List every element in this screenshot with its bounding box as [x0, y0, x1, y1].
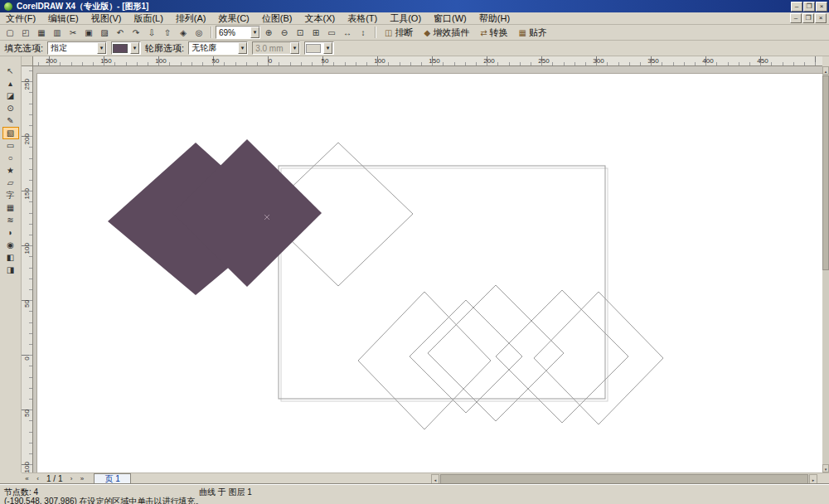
- outline-options-label: 轮廓选项:: [145, 42, 184, 55]
- text-tool[interactable]: 字: [2, 189, 19, 201]
- redo-button[interactable]: ↷: [128, 26, 143, 39]
- menu-item-视图(V)[interactable]: 视图(V): [85, 12, 128, 25]
- v-ruler-label: 200: [23, 135, 31, 145]
- ellipse-tool[interactable]: ○: [2, 152, 19, 164]
- menu-item-表格(T)[interactable]: 表格(T): [342, 12, 383, 25]
- outline-diamond-shape[interactable]: [358, 292, 491, 429]
- zoom-all-objects-button[interactable]: ⊞: [308, 26, 323, 39]
- vertical-scrollbar[interactable]: ▴ ▾: [822, 66, 829, 472]
- application-launcher-button[interactable]: ◈: [176, 26, 191, 39]
- welcome-screen-button[interactable]: ◎: [191, 26, 206, 39]
- interactive-fill-tool[interactable]: ◨: [2, 264, 19, 276]
- h-ruler-label: 250: [536, 57, 552, 65]
- minimize-button[interactable]: –: [791, 2, 802, 12]
- rectangle-shape[interactable]: [279, 166, 605, 399]
- close-button[interactable]: ×: [816, 2, 827, 12]
- scroll-right-arrow[interactable]: ▸: [809, 474, 817, 484]
- menu-item-效果(C)[interactable]: 效果(C): [213, 12, 255, 25]
- fill-color-picker[interactable]: [111, 41, 141, 55]
- scroll-up-arrow[interactable]: ▴: [822, 66, 829, 75]
- paste-button[interactable]: ▨: [97, 26, 112, 39]
- convert-button[interactable]: ⇄转换: [475, 26, 512, 39]
- previous-page-button[interactable]: ‹: [32, 474, 43, 484]
- zoom-page-width-button[interactable]: ↔: [340, 26, 355, 39]
- vertical-ruler: 25020015010050050100: [22, 66, 33, 472]
- mdi-close-button[interactable]: ×: [815, 13, 827, 23]
- convert-icon: ⇄: [480, 28, 487, 37]
- smart-fill-tool[interactable]: ▧: [2, 127, 19, 139]
- eyedropper-tool[interactable]: ◗: [2, 226, 19, 239]
- fill-tool[interactable]: ◧: [2, 251, 19, 264]
- pick-tool[interactable]: ↖: [2, 65, 19, 77]
- snap-icon: ▦: [519, 28, 526, 37]
- toolbox: ↖▴◪⊙✎▧▭○★▱字▦≋◗◉◧◨: [0, 56, 22, 472]
- maximize-button[interactable]: ❐: [803, 2, 815, 12]
- page-tab[interactable]: 页 1: [94, 473, 130, 484]
- zoom-page-button[interactable]: ▭: [324, 26, 339, 39]
- rectangle-tool[interactable]: ▭: [2, 139, 19, 152]
- break-apart-button[interactable]: ◫排断: [380, 26, 418, 39]
- next-page-button[interactable]: ›: [65, 474, 76, 484]
- outline-diamond-shape[interactable]: [534, 292, 663, 424]
- copy-button[interactable]: ▣: [81, 26, 96, 39]
- dropdown-arrow-icon[interactable]: [97, 42, 106, 54]
- plugins-button[interactable]: ◆增效插件: [419, 26, 474, 39]
- last-page-button[interactable]: »: [76, 474, 87, 484]
- drawing-canvas[interactable]: [33, 66, 822, 472]
- shape-tool[interactable]: ▴: [2, 77, 19, 90]
- fill-color-swatch: [113, 44, 128, 53]
- save-button[interactable]: ▦: [34, 26, 49, 39]
- export-button[interactable]: ⇧: [160, 26, 175, 39]
- menu-item-帮助(H)[interactable]: 帮助(H): [473, 12, 516, 25]
- outline-options-combo[interactable]: 无轮廓: [188, 41, 248, 55]
- cut-button[interactable]: ✂: [65, 26, 80, 39]
- table-tool[interactable]: ▦: [2, 201, 19, 214]
- title-bar: CorelDRAW X4（专业版）- [图形1] – ❐ ×: [0, 0, 829, 12]
- dropdown-arrow-icon[interactable]: [238, 42, 247, 54]
- undo-button[interactable]: ↶: [113, 26, 128, 39]
- crop-tool[interactable]: ◪: [2, 90, 19, 102]
- basic-shapes-tool[interactable]: ▱: [2, 177, 19, 189]
- print-button[interactable]: ▥: [50, 26, 65, 39]
- vertical-scroll-thumb[interactable]: [822, 75, 829, 270]
- zoom-level-combo[interactable]: 69%: [216, 26, 260, 39]
- import-button[interactable]: ⇩: [144, 26, 159, 39]
- menu-item-版面(L)[interactable]: 版面(L): [128, 12, 168, 25]
- mdi-minimize-button[interactable]: –: [790, 13, 802, 23]
- zoom-page-height-button[interactable]: ↕: [356, 26, 371, 39]
- open-button[interactable]: ◰: [18, 26, 33, 39]
- outline-diamond-shape[interactable]: [410, 300, 522, 413]
- zoom-tool[interactable]: ⊙: [2, 102, 19, 114]
- object-info: 曲线 于 图层 1: [199, 487, 252, 498]
- menu-items: 文件(F)编辑(E)视图(V)版面(L)排列(A)效果(C)位图(B)文本(X)…: [0, 12, 516, 25]
- polygon-tool[interactable]: ★: [2, 164, 19, 177]
- outline-diamond-shape[interactable]: [496, 290, 628, 423]
- application-window: CorelDRAW X4（专业版）- [图形1] – ❐ × 文件(F)编辑(E…: [0, 0, 829, 504]
- horizontal-scrollbar[interactable]: ◂ ▸: [431, 474, 817, 484]
- menu-item-编辑(E)[interactable]: 编辑(E): [42, 12, 85, 25]
- zoom-in-button[interactable]: ⊕: [261, 26, 276, 39]
- menu-item-文本(X)[interactable]: 文本(X): [298, 12, 341, 25]
- zoom-out-button[interactable]: ⊖: [277, 26, 292, 39]
- first-page-button[interactable]: «: [22, 474, 32, 484]
- freehand-tool[interactable]: ✎: [2, 114, 19, 127]
- scroll-down-arrow[interactable]: ▾: [822, 464, 829, 472]
- menu-item-工具(O)[interactable]: 工具(O): [384, 12, 427, 25]
- snap-button[interactable]: ▦贴齐: [514, 26, 552, 39]
- dropdown-arrow-icon[interactable]: [250, 27, 259, 38]
- outline-width-value: 3.0 mm: [255, 44, 283, 53]
- menu-item-排列(A)[interactable]: 排列(A): [170, 12, 212, 25]
- fill-options-combo[interactable]: 指定: [47, 41, 107, 55]
- scroll-left-arrow[interactable]: ◂: [431, 474, 439, 484]
- menu-item-位图(B)[interactable]: 位图(B): [256, 12, 298, 25]
- menu-item-文件(F)[interactable]: 文件(F): [0, 12, 41, 25]
- horizontal-scroll-thumb[interactable]: [440, 474, 808, 484]
- new-document-button[interactable]: ▢: [2, 26, 17, 39]
- menu-item-窗口(W)[interactable]: 窗口(W): [428, 12, 473, 25]
- mdi-restore-button[interactable]: ❐: [802, 13, 814, 23]
- outline-pen-tool[interactable]: ◉: [2, 239, 19, 251]
- outline-diamond-shape[interactable]: [428, 285, 564, 421]
- interactive-blend-tool[interactable]: ≋: [2, 214, 19, 226]
- zoom-selected-button[interactable]: ⊡: [293, 26, 308, 39]
- dropdown-arrow-icon[interactable]: [130, 42, 139, 54]
